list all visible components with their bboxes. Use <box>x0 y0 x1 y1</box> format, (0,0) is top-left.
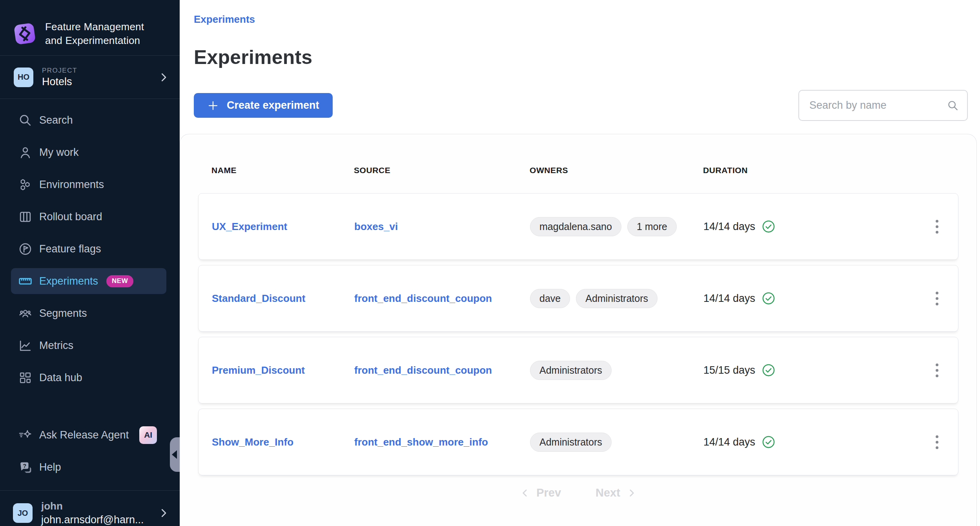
owner-chip[interactable]: dave <box>530 289 570 308</box>
complete-check-icon <box>761 435 776 449</box>
table-row: Standard_Discount front_end_discount_cou… <box>198 265 958 332</box>
project-label: PROJECT <box>42 67 149 75</box>
collapse-arrow-icon <box>172 450 177 459</box>
complete-check-icon <box>761 291 776 305</box>
duration-value: 14/14 days <box>703 436 755 448</box>
table-header-row: NAME SOURCE OWNERS DURATION <box>198 166 958 175</box>
people-group-icon <box>18 306 33 321</box>
experiment-name-link[interactable]: Premium_Discount <box>212 364 354 376</box>
experiment-source-link[interactable]: front_end_discount_coupon <box>354 364 530 376</box>
project-selector[interactable]: HO PROJECT Hotels <box>0 56 180 99</box>
experiment-name-link[interactable]: Standard_Discount <box>212 292 354 305</box>
ruler-icon <box>18 274 33 289</box>
user-email: john.arnsdorf@harn... <box>41 514 149 526</box>
duration-value: 15/15 days <box>703 364 755 376</box>
user-name: john <box>41 500 149 512</box>
new-badge: NEW <box>106 275 133 287</box>
sidebar-item-label: My work <box>39 146 79 159</box>
next-label: Next <box>596 486 620 499</box>
sidebar: Feature Management and Experimentation H… <box>0 0 180 526</box>
sidebar-item-data-hub[interactable]: Data hub <box>11 362 166 394</box>
user-menu[interactable]: JO john john.arnsdorf@harn... <box>0 491 180 526</box>
project-name: Hotels <box>42 76 149 88</box>
owner-more-chip[interactable]: 1 more <box>627 217 677 236</box>
breadcrumb[interactable]: Experiments <box>194 13 255 26</box>
owner-chip[interactable]: Administrators <box>530 433 612 452</box>
page-title: Experiments <box>194 46 968 69</box>
table-row: Show_More_Info front_end_show_more_info … <box>198 409 958 475</box>
product-logo-icon <box>13 22 36 46</box>
owner-chip[interactable]: magdalena.sano <box>530 217 621 236</box>
sidebar-collapse-handle[interactable] <box>170 437 180 472</box>
sidebar-item-label: Metrics <box>39 340 73 352</box>
help-bubble-icon: ? <box>18 460 33 475</box>
row-menu-button[interactable] <box>929 215 945 238</box>
column-header-owners: OWNERS <box>530 166 703 175</box>
create-experiment-button[interactable]: Create experiment <box>194 93 333 118</box>
grid-blocks-icon <box>18 371 33 385</box>
project-avatar: HO <box>14 68 33 87</box>
sidebar-item-label: Feature flags <box>39 243 101 255</box>
table-row: Premium_Discount front_end_discount_coup… <box>198 337 958 404</box>
sidebar-footer-nav: Ask Release Agent AI ? Help <box>0 419 180 483</box>
sidebar-item-segments[interactable]: Segments <box>11 297 166 329</box>
page-header: Experiments Experiments Create experimen… <box>180 0 980 134</box>
complete-check-icon <box>761 363 776 377</box>
sidebar-item-label: Search <box>39 114 73 126</box>
plus-icon <box>207 100 219 111</box>
sidebar-item-label: Help <box>39 461 61 473</box>
svg-text:?: ? <box>23 463 26 469</box>
sidebar-item-experiments[interactable]: Experiments NEW <box>11 268 166 294</box>
search-icon <box>947 99 959 112</box>
user-avatar: JO <box>13 503 33 523</box>
row-menu-button[interactable] <box>929 430 945 454</box>
sidebar-item-help[interactable]: ? Help <box>11 451 166 483</box>
search-input[interactable] <box>798 90 968 121</box>
flag-circle-icon <box>18 242 33 256</box>
owner-chip[interactable]: Administrators <box>576 289 658 308</box>
table-row: UX_Experiment boxes_vi magdalena.sano 1 … <box>198 193 958 260</box>
prev-label: Prev <box>536 486 561 499</box>
row-menu-button[interactable] <box>929 358 945 382</box>
experiments-panel: NAME SOURCE OWNERS DURATION UX_Experimen… <box>180 134 977 526</box>
chevron-left-icon <box>520 488 530 498</box>
column-header-name: NAME <box>211 166 354 175</box>
experiment-name-link[interactable]: UX_Experiment <box>212 221 354 233</box>
sidebar-item-rollout-board[interactable]: Rollout board <box>11 201 166 233</box>
sidebar-item-search[interactable]: Search <box>11 104 166 136</box>
pagination: Prev Next <box>198 486 958 499</box>
experiment-source-link[interactable]: front_end_show_more_info <box>354 436 530 448</box>
product-header: Feature Management and Experimentation <box>0 0 180 56</box>
sidebar-item-my-work[interactable]: My work <box>11 136 166 168</box>
sidebar-item-label: Ask Release Agent <box>39 429 129 441</box>
sidebar-item-ask-release-agent[interactable]: Ask Release Agent AI <box>11 419 166 451</box>
prev-page-button[interactable]: Prev <box>520 486 561 499</box>
chevron-right-icon <box>158 71 169 83</box>
owner-chip[interactable]: Administrators <box>530 361 612 380</box>
ai-badge: AI <box>139 426 157 444</box>
product-title: Feature Management and Experimentation <box>45 20 144 47</box>
row-menu-button[interactable] <box>929 287 945 310</box>
experiments-list: UX_Experiment boxes_vi magdalena.sano 1 … <box>198 193 958 475</box>
sidebar-item-metrics[interactable]: Metrics <box>11 329 166 362</box>
experiment-source-link[interactable]: boxes_vi <box>354 221 530 233</box>
chevron-right-icon <box>627 488 637 498</box>
main-content: Experiments Experiments Create experimen… <box>180 0 980 526</box>
sparkle-lines-icon <box>18 428 33 442</box>
duration-value: 14/14 days <box>703 221 755 233</box>
duration-value: 14/14 days <box>703 292 755 305</box>
experiment-name-link[interactable]: Show_More_Info <box>212 436 354 448</box>
hexagons-icon <box>18 177 33 192</box>
chevron-right-icon <box>158 507 169 519</box>
sidebar-item-environments[interactable]: Environments <box>11 168 166 201</box>
board-columns-icon <box>18 210 33 224</box>
person-icon <box>18 145 33 160</box>
sidebar-item-feature-flags[interactable]: Feature flags <box>11 233 166 265</box>
complete-check-icon <box>761 219 776 234</box>
create-experiment-label: Create experiment <box>227 99 319 111</box>
column-header-duration: DURATION <box>703 166 929 175</box>
next-page-button[interactable]: Next <box>596 486 637 499</box>
experiment-source-link[interactable]: front_end_discount_coupon <box>354 292 530 305</box>
sidebar-item-label: Experiments <box>39 275 98 287</box>
search-icon <box>18 113 33 128</box>
